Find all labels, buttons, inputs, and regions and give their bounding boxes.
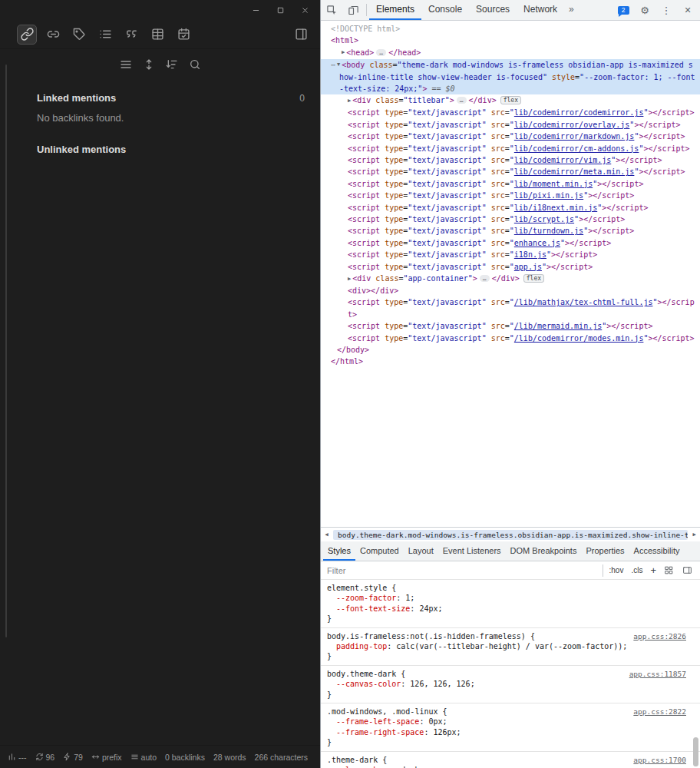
dom-node[interactable]: </body> — [321, 344, 700, 356]
pane-action-collapse-list[interactable] — [117, 55, 135, 74]
styles-filter-input[interactable] — [321, 566, 600, 575]
settings-button[interactable]: ⚙ — [634, 0, 655, 20]
device-toolbar-button[interactable] — [342, 0, 364, 20]
rule-selector[interactable]: .mod-windows, .mod-linux { — [327, 707, 447, 717]
tab-sources[interactable]: Sources — [469, 0, 517, 20]
stylesheet-link[interactable]: app.css:1700 — [633, 755, 686, 765]
tab-console[interactable]: Console — [421, 0, 469, 20]
breadcrumb-selected-node[interactable]: body.theme-dark.mod-windows.is-frameless… — [333, 530, 688, 540]
dom-node[interactable]: <script type="text/javascript" src="lib/… — [321, 214, 700, 225]
script-src-link[interactable]: app.js — [514, 263, 542, 271]
script-src-link[interactable]: lib/i18next.min.js — [514, 204, 597, 212]
sidebar-tab-quote[interactable] — [121, 25, 141, 45]
styles-scrollbar[interactable] — [692, 580, 699, 768]
dom-node[interactable]: <script type="text/javascript" src="enha… — [321, 237, 700, 249]
dom-node[interactable]: <script type="text/javascript" src="i18n… — [321, 249, 700, 260]
css-declaration[interactable]: color-scheme: dark; — [327, 765, 686, 768]
script-src-link[interactable]: /lib/codemirror/modes.min.js — [514, 334, 644, 343]
script-src-link[interactable]: lib/turndown.js — [514, 227, 583, 235]
filter-btn-new-style-rule[interactable]: + — [646, 564, 660, 576]
dom-node[interactable]: <script type="text/javascript" src="lib/… — [321, 119, 700, 131]
dom-node[interactable]: ▶<div class="titlebar">…</div>flex — [321, 94, 700, 107]
rule-selector[interactable]: body.is-frameless:not(.is-hidden-framele… — [327, 631, 535, 641]
inspect-element-button[interactable] — [321, 0, 342, 20]
script-src-link[interactable]: i18n.js — [514, 250, 546, 259]
stylesheet-link[interactable]: app.css:11857 — [629, 669, 686, 679]
sidebar-tab-table[interactable] — [147, 25, 167, 45]
styles-tab-event-listeners[interactable]: Event Listeners — [438, 541, 506, 561]
devtools-close-button[interactable]: ✕ — [677, 0, 698, 20]
sidebar-tab-tags[interactable] — [69, 25, 89, 45]
styles-tab-dom-breakpoints[interactable]: DOM Breakpoints — [506, 541, 582, 561]
styles-tab-properties[interactable]: Properties — [581, 541, 629, 561]
script-src-link[interactable]: lib/codemirror/vim.js — [514, 156, 611, 164]
styles-tab-computed[interactable]: Computed — [355, 541, 404, 561]
element-states-grid-button[interactable] — [660, 561, 677, 581]
sidebar-tab-daily-note[interactable] — [173, 25, 193, 45]
script-src-link[interactable]: lib/scrypt.js — [514, 215, 574, 223]
script-src-link[interactable]: lib/codemirror/cm-addons.js — [514, 144, 639, 153]
devtools-menu-button[interactable]: ⋮ — [655, 0, 677, 20]
pane-action-search[interactable] — [186, 55, 204, 74]
dom-node[interactable]: <!DOCTYPE html> — [321, 23, 700, 35]
dom-node[interactable]: <script type="text/javascript" src="lib/… — [321, 225, 700, 237]
script-src-link[interactable]: lib/pixi.min.js — [514, 191, 583, 200]
rule-selector[interactable]: element.style { — [327, 583, 396, 593]
dom-node[interactable]: <script type="text/javascript" src="lib/… — [321, 154, 700, 166]
dom-node[interactable]: <script type="text/javascript" src="/lib… — [321, 333, 700, 344]
dom-node[interactable]: ▶<div class="app-container">…</div>flex — [321, 273, 700, 285]
dom-node[interactable]: <script type="text/javascript" src="lib/… — [321, 178, 700, 190]
minimize-button[interactable] — [243, 1, 268, 19]
filter-btn-element-classes[interactable]: .cls — [627, 566, 646, 574]
script-src-link[interactable]: lib/codemirror/markdown.js — [514, 132, 635, 141]
script-src-link[interactable]: lib/codemirror/meta.min.js — [514, 167, 635, 176]
breadcrumb-scroll-left[interactable]: ◀ — [321, 531, 332, 538]
css-declaration[interactable]: --canvas-color: 126, 126, 126; — [327, 679, 686, 689]
right-sidebar-toggle[interactable] — [291, 25, 311, 45]
stylesheet-link[interactable]: app.css:2826 — [633, 631, 686, 641]
css-declaration[interactable]: --frame-left-space: 0px; — [327, 717, 686, 727]
css-declaration[interactable]: --zoom-factor: 1; — [327, 593, 686, 603]
rule-selector[interactable]: .theme-dark { — [327, 755, 387, 765]
dom-node[interactable]: <script type="text/javascript" src="app.… — [321, 261, 700, 273]
script-src-link[interactable]: /lib/mermaid.min.js — [514, 322, 602, 330]
dom-node[interactable]: <script type="text/javascript" src="lib/… — [321, 131, 700, 142]
dom-node[interactable]: <script type="text/javascript" src="lib/… — [321, 143, 700, 154]
sidebar-tab-outgoing-links[interactable] — [43, 25, 63, 45]
filter-btn-hover-state[interactable]: :hov — [606, 566, 628, 574]
close-button[interactable] — [292, 1, 317, 19]
more-tabs-button[interactable]: » — [564, 0, 579, 21]
breadcrumb-scroll-right[interactable]: ▶ — [688, 531, 700, 538]
unlinked-mentions-header[interactable]: Unlinked mentions — [37, 144, 305, 155]
css-declaration[interactable]: padding-top: calc(var(--titlebar-height)… — [327, 641, 686, 651]
dom-node-selected[interactable]: ⋯▼<body class="theme-dark mod-windows is… — [321, 59, 700, 95]
dom-node[interactable]: <script type="text/javascript" src="lib/… — [321, 202, 700, 214]
script-src-link[interactable]: lib/moment.min.js — [514, 180, 593, 188]
styles-tab-styles[interactable]: Styles — [323, 541, 355, 561]
scrollbar-thumb[interactable] — [693, 737, 698, 766]
pane-scrollbar[interactable] — [5, 65, 7, 637]
dom-node[interactable]: <html> — [321, 35, 700, 46]
sidebar-tab-outline[interactable] — [95, 25, 115, 45]
tab-network[interactable]: Network — [517, 0, 564, 20]
pane-action-arrow-up-down[interactable] — [140, 55, 158, 74]
rule-selector[interactable]: body.theme-dark { — [327, 669, 405, 679]
tab-elements[interactable]: Elements — [369, 0, 421, 20]
maximize-button[interactable] — [268, 1, 292, 19]
dom-node[interactable]: <script type="text/javascript" src="lib/… — [321, 190, 700, 201]
issues-button[interactable]: 2 — [612, 0, 634, 20]
dom-node[interactable]: </html> — [321, 356, 700, 367]
dom-node[interactable]: <script type="text/javascript" src="lib/… — [321, 166, 700, 177]
dom-node[interactable]: <script type="text/javascript" src="/lib… — [321, 296, 700, 320]
script-src-link[interactable]: lib/codemirror/overlay.js — [514, 121, 630, 129]
script-src-link[interactable]: /lib/mathjax/tex-chtml-full.js — [514, 298, 653, 306]
pane-action-sort-order[interactable] — [163, 55, 181, 74]
sidebar-tab-backlinks[interactable] — [17, 25, 37, 45]
stylesheet-link[interactable]: app.css:2822 — [633, 707, 686, 717]
dom-node[interactable]: ▶<head>…</head> — [321, 47, 700, 59]
dom-node[interactable]: <script type="text/javascript" src="/lib… — [321, 320, 700, 332]
linked-mentions-header[interactable]: Linked mentions 0 — [37, 92, 305, 104]
computed-sidebar-toggle-button[interactable] — [679, 561, 695, 581]
styles-tab-layout[interactable]: Layout — [404, 541, 438, 561]
script-src-link[interactable]: lib/codemirror/codemirror.js — [514, 108, 644, 117]
